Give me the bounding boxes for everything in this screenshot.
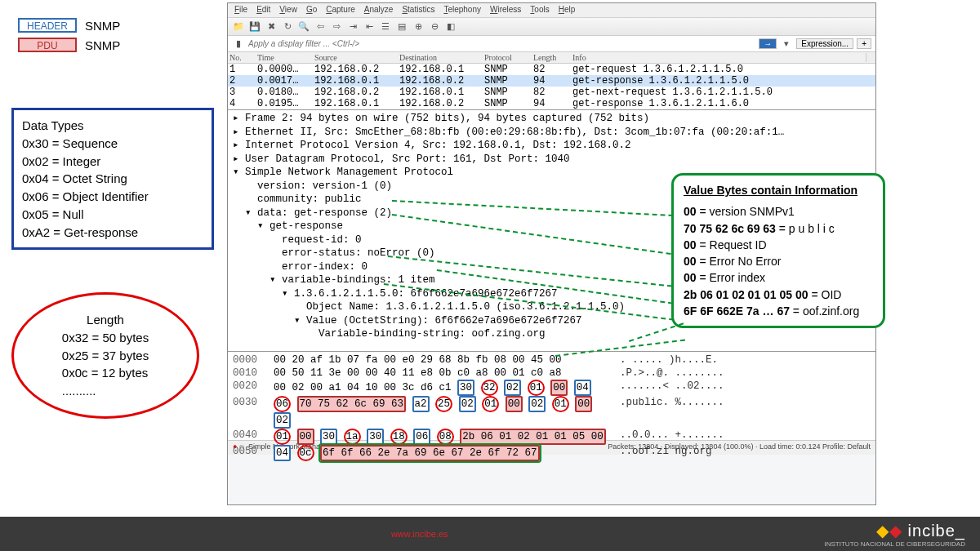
open-icon[interactable]: 📁 — [232, 20, 245, 33]
packet-bytes-pane[interactable]: 000000 20 af 1b 07 fa 00 e0 29 68 8b fb … — [228, 352, 875, 440]
menu-capture[interactable]: Capture — [326, 5, 355, 17]
value-line: 00 = Error index — [684, 269, 873, 286]
packet-list-pane[interactable]: No. Time Source Destination Protocol Len… — [228, 52, 875, 110]
menu-help[interactable]: Help — [559, 5, 576, 17]
length-line: 0x25 = 37 bytes — [62, 347, 149, 365]
menu-statistics[interactable]: Statistics — [402, 5, 434, 17]
length-line: 0x0c = 12 bytes — [62, 364, 149, 382]
legend-pdu-label: SNMP — [85, 38, 120, 52]
jump-icon[interactable]: ⇥ — [346, 20, 359, 33]
length-line: .......... — [62, 382, 149, 400]
packet-row[interactable]: 40.0195…192.168.0.1192.168.0.2SNMP94get-… — [228, 98, 875, 109]
display-filter-bar: ▮ → ▾ Expression... + — [228, 36, 875, 52]
value-line: 00 = Error No Error — [684, 253, 873, 269]
hex-row[interactable]: 005004 0c 6f 6f 66 2e 7a 69 6e 67 2e 6f … — [233, 445, 875, 461]
first-icon[interactable]: ⇤ — [363, 20, 376, 33]
color-icon[interactable]: ◧ — [444, 20, 457, 33]
col-proto[interactable]: Protocol — [483, 53, 532, 62]
col-no[interactable]: No. — [228, 53, 256, 62]
tree-line[interactable]: ▸ Internet Protocol Version 4, Src: 192.… — [233, 139, 875, 153]
hex-row[interactable]: 004001 00 30 1a 30 18 06 08 2b 06 01 02 … — [233, 429, 875, 445]
expression-button[interactable]: Expression... — [796, 38, 853, 49]
columns-icon[interactable]: ☰ — [379, 20, 392, 33]
packet-row[interactable]: 30.0180…192.168.0.2192.168.0.1SNMP82get-… — [228, 87, 875, 98]
value-line: 00 = Request ID — [684, 237, 873, 253]
value-line: 00 = version SNMPv1 — [684, 203, 873, 220]
datatype-line: 0x05 = Null — [22, 206, 203, 224]
menu-tools[interactable]: Tools — [530, 5, 549, 17]
display-filter-input[interactable] — [248, 39, 755, 48]
tree-line[interactable]: ▸ User Datagram Protocol, Src Port: 161,… — [233, 153, 875, 167]
tree-line[interactable]: Variable-binding-string: oof.zing.org — [233, 327, 875, 341]
filter-dropdown-icon[interactable]: ▾ — [780, 38, 793, 51]
datatype-line: 0x30 = Sequence — [22, 135, 203, 153]
menu-go[interactable]: Go — [306, 5, 317, 17]
back-icon[interactable]: ⇦ — [314, 20, 327, 33]
menu-bar[interactable]: File Edit View Go Capture Analyze Statis… — [228, 3, 875, 18]
packet-list-header: No. Time Source Destination Protocol Len… — [228, 52, 875, 64]
header-swatch: HEADER — [18, 18, 77, 33]
menu-analyze[interactable]: Analyze — [364, 5, 394, 17]
legend: HEADER SNMP PDU SNMP — [18, 18, 120, 57]
length-line: 0x32 = 50 bytes — [62, 329, 149, 347]
length-oval: Length 0x32 = 50 bytes 0x25 = 37 bytes 0… — [11, 292, 199, 419]
data-types-title: Data Types — [22, 117, 203, 135]
hex-row[interactable]: 000000 20 af 1b 07 fa 00 e0 29 68 8b fb … — [233, 353, 875, 367]
value-line: 2b 06 01 02 01 01 05 00 = OID — [684, 287, 873, 303]
packet-row[interactable]: 20.0017…192.168.0.1192.168.0.2SNMP94get-… — [228, 75, 875, 87]
incibe-logo: ◆◆ incibe_ — [876, 521, 965, 540]
hex-row[interactable]: 002000 02 00 a1 04 10 00 3c d6 c1 30 32 … — [233, 380, 875, 396]
pdu-swatch: PDU — [18, 38, 77, 52]
toolbar: 📁 💾 ✖ ↻ 🔍 ⇦ ⇨ ⇥ ⇤ ☰ ▤ ⊕ ⊖ ◧ — [228, 18, 875, 36]
save-icon[interactable]: 💾 — [248, 20, 261, 33]
zoom-in-icon[interactable]: ⊕ — [412, 20, 425, 33]
col-info[interactable]: Info — [571, 53, 866, 62]
apply-filter-button[interactable]: → — [759, 38, 777, 49]
menu-view[interactable]: View — [279, 5, 297, 17]
data-types-box: Data Types 0x30 = Sequence 0x02 = Intege… — [11, 108, 214, 250]
menu-file[interactable]: File — [234, 5, 247, 17]
banner-subtitle: INSTITUTO NACIONAL DE CIBERSEGURIDAD — [825, 540, 965, 548]
datatype-line: 0x06 = Object Identifier — [22, 188, 203, 206]
col-time[interactable]: Time — [256, 53, 313, 62]
filter-bookmark-icon[interactable]: ▮ — [232, 38, 245, 51]
menu-edit[interactable]: Edit — [256, 5, 270, 17]
close-icon[interactable]: ✖ — [265, 20, 278, 33]
tree-line[interactable]: ▸ Frame 2: 94 bytes on wire (752 bits), … — [233, 112, 875, 126]
col-source[interactable]: Source — [313, 53, 398, 62]
value-line: 70 75 62 6c 69 63 = p u b l i c — [684, 220, 873, 237]
datatype-line: 0xA2 = Get-response — [22, 224, 203, 242]
length-title: Length — [62, 311, 149, 329]
hex-row[interactable]: 003006 70 75 62 6c 69 63 a2 25 02 01 00 … — [233, 396, 875, 429]
packet-list-scrollbar[interactable] — [866, 53, 875, 62]
legend-header-label: SNMP — [85, 19, 120, 33]
datatype-line: 0x02 = Integer — [22, 153, 203, 171]
datatype-line: 0x04 = Octet String — [22, 170, 203, 188]
menu-telephony[interactable]: Telephony — [443, 5, 481, 17]
col-length[interactable]: Length — [532, 53, 571, 62]
packet-row[interactable]: 10.0000…192.168.0.2192.168.0.1SNMP82get-… — [228, 64, 875, 75]
banner-url: www.incibe.es — [391, 529, 448, 539]
autoscale-icon[interactable]: ▤ — [395, 20, 408, 33]
reload-icon[interactable]: ↻ — [281, 20, 294, 33]
value-box-title: Value Bytes contain Information — [684, 184, 858, 197]
find-icon[interactable]: 🔍 — [297, 20, 310, 33]
footer-banner: www.incibe.es ◆◆ incibe_ INSTITUTO NACIO… — [0, 517, 980, 551]
menu-wireless[interactable]: Wireless — [490, 5, 521, 17]
forward-icon[interactable]: ⇨ — [330, 20, 343, 33]
value-bytes-callout: Value Bytes contain Information 00 = ver… — [671, 173, 885, 328]
add-filter-button[interactable]: + — [857, 38, 871, 49]
col-dest[interactable]: Destination — [398, 53, 483, 62]
zoom-out-icon[interactable]: ⊖ — [428, 20, 441, 33]
hex-row[interactable]: 001000 50 11 3e 00 00 40 11 e8 0b c0 a8 … — [233, 367, 875, 380]
value-line: 6F 6F 662E 7a … 67 = oof.zinf.org — [684, 303, 873, 319]
tree-line[interactable]: ▸ Ethernet II, Src: SmcEther_68:8b:fb (0… — [233, 126, 875, 140]
